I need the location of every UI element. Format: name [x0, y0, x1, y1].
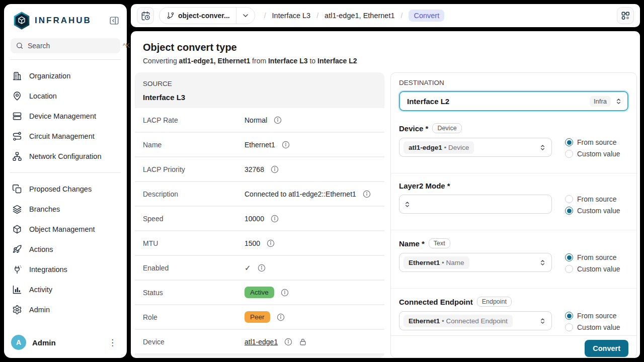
git-branch-icon	[167, 12, 175, 20]
sidebar-item-proposed-changes[interactable]: Proposed Changes	[4, 179, 127, 199]
field-label: Device *	[399, 124, 428, 133]
attribute-value: Normal	[245, 116, 282, 124]
sidebar-item-branches[interactable]: Branches	[4, 199, 127, 219]
sidebar-item-admin[interactable]: Admin	[4, 300, 127, 320]
custom-value-radio[interactable]: Custom value	[565, 207, 628, 215]
info-icon[interactable]	[282, 141, 290, 149]
attribute-label: LACP Rate	[143, 116, 245, 124]
source-row: Status Active	[135, 281, 384, 305]
diff-icon	[12, 184, 22, 194]
lock-icon	[299, 338, 307, 346]
sidebar-item-label: Network Configuration	[29, 152, 101, 160]
field-select[interactable]: atl1-edge1 • Device	[399, 138, 552, 157]
destination-type-select[interactable]: Interface L2 Infra	[399, 91, 628, 111]
sidebar-item-network-configuration[interactable]: Network Configuration	[4, 146, 127, 166]
sidebar-collapse-icon[interactable]	[108, 14, 121, 27]
source-row: Name Ethernet1	[135, 133, 384, 157]
custom-value-radio[interactable]: Custom value	[565, 265, 628, 273]
server-icon	[12, 111, 22, 121]
info-icon[interactable]	[271, 215, 279, 223]
destination-type-value: Interface L2	[407, 97, 590, 106]
cube-icon	[12, 224, 22, 234]
calendar-clock-icon	[141, 11, 150, 21]
attribute-value: ✓	[245, 263, 266, 273]
sidebar-item-organization[interactable]: Organization	[4, 66, 127, 86]
field-value-pill: atl1-edge1 • Device	[404, 141, 474, 154]
info-icon[interactable]	[258, 264, 266, 272]
info-icon[interactable]	[267, 239, 275, 247]
source-row: MTU 1500	[135, 231, 384, 256]
field-select[interactable]	[399, 195, 552, 214]
search-input[interactable]	[28, 42, 119, 50]
info-icon[interactable]	[284, 338, 292, 346]
breadcrumb-item-convert[interactable]: Convert	[409, 10, 444, 22]
attribute-label: MTU	[143, 239, 245, 247]
namespace-badge: Infra	[590, 96, 611, 107]
from-source-radio[interactable]: From source	[565, 253, 628, 261]
attribute-value: 1500	[245, 239, 275, 247]
source-type: Interface L3	[143, 93, 376, 102]
search-box[interactable]: ^K	[11, 38, 120, 53]
brand-name: INFRAHUB	[35, 16, 108, 26]
search-icon	[16, 42, 24, 50]
user-name: Admin	[32, 338, 98, 347]
field-select[interactable]: Ethernet1 • Name	[399, 253, 552, 272]
info-icon[interactable]	[281, 289, 289, 297]
breadcrumb: /Interface L3/atl1-edge1, Ethernet1/Conv…	[264, 10, 617, 22]
components-icon	[621, 11, 630, 21]
from-source-radio[interactable]: From source	[565, 312, 628, 320]
custom-value-radio[interactable]: Custom value	[565, 323, 628, 331]
destination-field-name: Name * Text Ethernet1 • Name From source…	[391, 230, 636, 289]
chevron-down-icon[interactable]	[236, 12, 255, 20]
from-source-radio[interactable]: From source	[565, 195, 628, 203]
sidebar-item-device-management[interactable]: Device Management	[4, 106, 127, 126]
user-menu-kebab-icon[interactable]: ⋮	[104, 336, 121, 349]
branch-name: object-conver...	[178, 12, 230, 20]
attribute-label: Status	[143, 289, 245, 297]
breadcrumb-separator: /	[264, 12, 266, 20]
sidebar-item-actions[interactable]: Actions	[4, 239, 127, 259]
field-label: Connected Endpoint	[399, 298, 473, 306]
attribute-value: atl1-edge1	[245, 338, 307, 346]
attribute-value: Peer	[245, 311, 285, 323]
sidebar-item-label: Organization	[29, 72, 70, 80]
attribute-value: Active	[245, 287, 289, 298]
sidebar-item-activity[interactable]: Activity	[4, 280, 127, 300]
field-label: Name *	[399, 239, 425, 248]
check-icon: ✓	[245, 263, 251, 273]
convert-button[interactable]: Convert	[585, 340, 628, 357]
chevrons-up-down-icon	[539, 144, 546, 151]
breadcrumb-item-interface-l3[interactable]: Interface L3	[272, 12, 311, 20]
custom-value-radio[interactable]: Custom value	[565, 150, 628, 158]
attribute-value: Connected to atl1-edge2::Ethernet1	[245, 190, 371, 198]
gear-icon	[12, 305, 22, 315]
info-icon[interactable]	[363, 190, 371, 198]
info-icon[interactable]	[274, 116, 282, 124]
sidebar-item-label: Proposed Changes	[29, 185, 92, 193]
branch-selector[interactable]: object-conver...	[159, 7, 255, 24]
history-button[interactable]	[137, 7, 154, 24]
attribute-label: Device	[143, 338, 245, 346]
sidebar-item-integrations[interactable]: Integrations	[4, 259, 127, 280]
sidebar-item-label: Activity	[29, 286, 52, 294]
topbar: object-conver... /Interface L3/atl1-edge…	[131, 4, 640, 27]
sidebar-item-location[interactable]: Location	[4, 86, 127, 106]
source-row: Description Connected to atl1-edge2::Eth…	[135, 182, 384, 207]
field-label: Layer2 Mode *	[399, 182, 450, 190]
field-select[interactable]: Ethernet1 • Connected Endpoint	[399, 311, 552, 330]
info-icon[interactable]	[271, 165, 279, 173]
source-row: Role Peer	[135, 305, 384, 330]
from-source-radio[interactable]: From source	[565, 138, 628, 146]
info-icon[interactable]	[277, 313, 285, 321]
search-shortcut: ^K	[123, 42, 130, 49]
sidebar-item-label: Object Management	[29, 225, 95, 233]
components-button[interactable]	[617, 7, 634, 24]
source-panel: SOURCE Interface L3 LACP Rate Normal Nam…	[135, 72, 384, 358]
destination-heading: DESTINATION	[399, 79, 628, 86]
field-kind-badge: Text	[429, 238, 450, 248]
related-object-link[interactable]: atl1-edge1	[245, 338, 278, 346]
sidebar-item-circuit-management[interactable]: Circuit Management	[4, 126, 127, 146]
bar-chart-icon	[12, 285, 22, 295]
breadcrumb-item-atl1-edge1-ethernet1[interactable]: atl1-edge1, Ethernet1	[325, 12, 394, 20]
sidebar-item-object-management[interactable]: Object Management	[4, 219, 127, 239]
